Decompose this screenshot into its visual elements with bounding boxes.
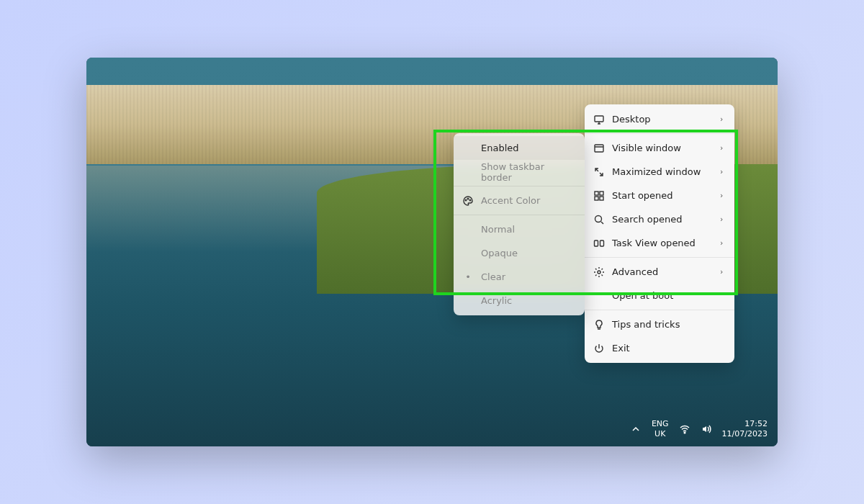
chevron-right-icon: › [720, 267, 727, 276]
blank-icon [593, 290, 605, 302]
blank-icon: • [462, 271, 474, 283]
start-icon [593, 190, 605, 202]
chevron-right-icon: › [720, 167, 727, 176]
time-text: 17:52 [722, 419, 768, 429]
desktop-frame: Desktop›Visible window›Maximized window›… [86, 58, 778, 446]
submenu-item-normal[interactable]: Normal [454, 217, 585, 241]
volume-icon[interactable] [701, 423, 712, 435]
submenu-item-label: Opaque [481, 248, 577, 258]
svg-rect-2 [595, 192, 598, 195]
svg-point-10 [465, 199, 467, 201]
menu-item-search-opened[interactable]: Search opened› [585, 207, 734, 231]
submenu-item-label: Acrylic [481, 295, 577, 306]
maximize-icon [593, 166, 605, 178]
search-icon [593, 214, 605, 225]
submenu-item-label: Normal [481, 224, 577, 235]
menu-item-advanced[interactable]: Advanced› [585, 260, 734, 284]
palette-icon [462, 195, 474, 207]
menu-item-label: Exit [612, 343, 727, 354]
date-text: 11/07/2023 [722, 429, 768, 439]
menu-item-visible-window[interactable]: Visible window› [585, 136, 734, 160]
submenu-item-label: Accent Color [481, 195, 577, 206]
chevron-right-icon: › [720, 143, 727, 153]
menu-item-desktop[interactable]: Desktop› [585, 107, 734, 131]
submenu-item-show-taskbar-border[interactable]: Show taskbar border [454, 160, 585, 184]
menu-item-maximized-window[interactable]: Maximized window› [585, 160, 734, 184]
menu-item-task-view-opened[interactable]: Task View opened› [585, 231, 734, 255]
chevron-right-icon: › [720, 114, 727, 124]
menu-item-label: Visible window [612, 143, 713, 153]
blank-icon [462, 166, 474, 178]
taskbar[interactable]: ENG UK 17:52 11/07/2023 [86, 412, 778, 446]
window-icon [593, 143, 605, 154]
blank-icon [462, 143, 474, 154]
lang-top: ENG [652, 419, 669, 429]
menu-item-label: Start opened [612, 190, 713, 201]
svg-rect-7 [595, 240, 598, 246]
submenu-item-enabled[interactable]: Enabled [454, 136, 585, 160]
gear-icon [593, 266, 605, 278]
menu-item-open-at-boot[interactable]: Open at boot [585, 284, 734, 307]
submenu-item-accent-color[interactable]: Accent Color [454, 189, 585, 212]
bulb-icon [593, 319, 605, 330]
svg-rect-4 [595, 197, 598, 200]
submenu-item-acrylic[interactable]: Acrylic [454, 289, 585, 312]
svg-rect-5 [600, 197, 603, 200]
svg-rect-8 [600, 240, 604, 246]
blank-icon [462, 224, 474, 235]
blank-icon [462, 295, 474, 307]
tray-chevron-icon[interactable] [630, 423, 642, 435]
svg-point-6 [595, 215, 602, 222]
menu-item-label: Open at boot [612, 290, 727, 301]
desktop-icon [593, 114, 605, 125]
wifi-icon[interactable] [679, 423, 690, 435]
menu-item-label: Task View opened [612, 238, 713, 248]
context-menu-sub[interactable]: EnabledShow taskbar borderAccent ColorNo… [454, 133, 585, 315]
svg-rect-3 [600, 192, 603, 195]
menu-item-start-opened[interactable]: Start opened› [585, 184, 734, 207]
blank-icon [462, 248, 474, 259]
menu-item-exit[interactable]: Exit [585, 336, 734, 360]
submenu-item-label: Enabled [481, 143, 577, 153]
menu-item-label: Tips and tricks [612, 319, 727, 330]
clock[interactable]: 17:52 11/07/2023 [722, 419, 768, 439]
lang-bottom: UK [652, 429, 669, 439]
menu-item-label: Maximized window [612, 166, 713, 177]
menu-item-tips-and-tricks[interactable]: Tips and tricks [585, 312, 734, 336]
svg-point-11 [467, 198, 469, 199]
taskview-icon [593, 238, 605, 249]
chevron-right-icon: › [720, 215, 727, 224]
svg-point-12 [469, 199, 471, 201]
chevron-right-icon: › [720, 238, 727, 248]
svg-point-13 [684, 432, 685, 433]
menu-item-label: Search opened [612, 214, 713, 225]
svg-rect-0 [595, 116, 603, 122]
menu-item-label: Desktop [612, 114, 713, 125]
language-indicator[interactable]: ENG UK [652, 419, 669, 439]
context-menu-main[interactable]: Desktop›Visible window›Maximized window›… [585, 104, 734, 363]
svg-rect-1 [595, 145, 603, 152]
submenu-item-label: Clear [481, 271, 577, 282]
submenu-item-clear[interactable]: •Clear [454, 265, 585, 289]
svg-point-9 [598, 271, 600, 274]
power-icon [593, 343, 605, 354]
submenu-item-opaque[interactable]: Opaque [454, 241, 585, 265]
menu-item-label: Advanced [612, 266, 713, 277]
chevron-right-icon: › [720, 191, 727, 200]
submenu-item-label: Show taskbar border [481, 161, 577, 183]
